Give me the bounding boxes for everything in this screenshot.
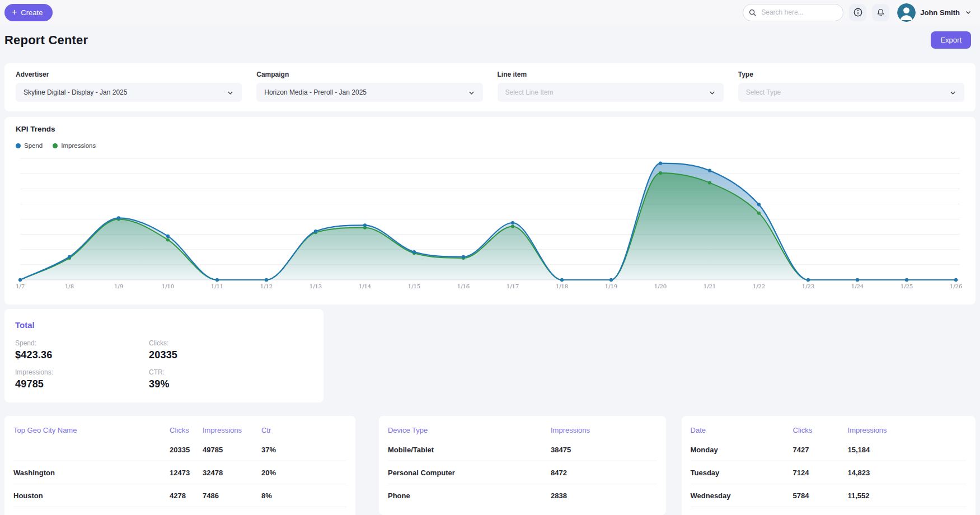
table-row: Houston427874868% [13,484,346,507]
table-row: Personal Computer8472 [388,461,657,484]
total-metric-clicks: Clicks:20335 [149,339,310,361]
chevron-down-icon [467,88,476,97]
table-row: Wednesday578411,552 [691,484,967,507]
row-label: Phone [388,491,551,500]
row-value: 32478 [203,469,261,477]
row-value: 8% [261,491,346,500]
column-header: Impressions [848,426,967,434]
row-value: 7124 [793,469,848,477]
search-icon [748,8,757,17]
filter-select-line-item[interactable]: Select Line Item [498,83,724,102]
column-header: Impressions [203,426,261,434]
x-tick: 1/22 [753,283,765,289]
metric-value: 20335 [149,349,310,361]
table-header-row: Top Geo City NameClicksImpressionsCtr [13,422,346,438]
column-header: Device Type [388,426,551,434]
legend-label: Spend [24,142,43,149]
row-label: Washington [13,469,170,477]
filter-select-campaign[interactable]: Horizon Media - Preroll - Jan 2025 [256,83,482,102]
table-header-row: DateClicksImpressions [691,422,967,438]
table-row: Tuesday712414,823 [691,461,967,484]
metric-value: 39% [149,378,310,390]
create-button-label: Create [21,8,43,17]
title-row: Report Center Export [4,31,971,49]
row-label: Personal Computer [388,469,551,477]
row-label: Monday [691,446,793,454]
create-button[interactable]: + Create [4,4,53,21]
filter-label-type: Type [738,71,964,78]
table-card-top-geo-city-name: Top Geo City NameClicksImpressionsCtr203… [4,416,355,515]
filter-value-campaign: Horizon Media - Preroll - Jan 2025 [264,88,367,96]
notifications-button[interactable] [872,4,889,21]
filter-label-campaign: Campaign [256,71,482,78]
metric-label: CTR: [149,368,310,376]
row-value: 5784 [793,491,848,500]
row-value: 20335 [170,446,203,454]
chevron-down-icon [964,8,972,16]
row-value: 11,552 [848,491,967,500]
row-value: 7427 [793,446,848,454]
info-button[interactable] [849,4,866,21]
total-card: Total Spend:$423.36Clicks:20335Impressio… [4,309,323,402]
total-metric-ctr: CTR:39% [149,368,310,390]
avatar [897,3,916,22]
row-label: Tuesday [691,469,793,477]
bell-icon [876,8,885,17]
filters-panel: AdvertiserSkyline Digital - Display - Ja… [4,63,976,111]
filter-label-line-item: Line item [498,71,724,78]
row-value: 2838 [551,491,657,500]
x-tick: 1/25 [901,283,913,289]
x-tick: 1/12 [260,283,273,289]
x-tick: 1/15 [408,283,420,289]
plus-icon: + [12,8,17,17]
x-tick: 1/23 [802,283,814,289]
row-value: 7486 [203,491,261,500]
x-tick: 1/24 [851,283,864,289]
legend-item-spend[interactable]: Spend [16,142,43,149]
x-tick: 1/14 [359,283,371,289]
filter-select-type[interactable]: Select Type [738,83,964,102]
filter-value-line-item: Select Line Item [505,88,554,96]
filter-advertiser: AdvertiserSkyline Digital - Display - Ja… [16,71,242,102]
x-tick: 1/18 [556,283,568,289]
row-value: 15,184 [848,446,967,454]
table-row: Phone2838 [388,484,657,507]
x-tick: 1/8 [65,283,74,289]
legend-item-impressions[interactable]: Impressions [53,142,96,149]
column-header: Clicks [170,426,203,434]
chart-title: KPI Trends [16,125,964,133]
user-menu[interactable]: John Smith [895,3,974,22]
row-value: 20% [261,469,346,477]
topbar: + Create John Smith [0,0,980,25]
tables-row: Top Geo City NameClicksImpressionsCtr203… [4,416,976,515]
filter-select-advertiser[interactable]: Skyline Digital - Display - Jan 2025 [16,83,242,102]
table-row: Thursday39578,226 [691,507,967,515]
column-header: Ctr [261,426,346,434]
kpi-chart: 1/71/81/91/101/111/121/131/141/151/161/1… [16,153,964,292]
chevron-down-icon [708,88,716,97]
legend-label: Impressions [61,142,96,149]
x-tick: 1/17 [507,283,519,289]
row-value: 4278 [170,491,203,500]
row-value: 12473 [170,469,203,477]
column-header: Clicks [793,426,848,434]
search-box [743,4,843,21]
total-title: Total [15,320,310,330]
x-tick: 1/9 [114,283,123,289]
x-tick: 1/21 [704,283,716,289]
table-row: Monday742715,184 [691,438,967,461]
table-row: Washington124733247820% [13,461,346,484]
metric-label: Impressions: [15,368,149,376]
info-icon [853,7,863,17]
table-row: 203354978537% [13,438,346,461]
metric-value: $423.36 [15,349,149,361]
export-button[interactable]: Export [931,31,971,49]
row-label: Mobile/Tablet [388,446,551,454]
x-tick: 1/10 [162,283,174,289]
row-label: Wednesday [691,491,793,500]
filter-value-type: Select Type [746,88,781,96]
metric-label: Spend: [15,339,149,347]
row-value: 49785 [203,446,261,454]
legend-dot [16,143,21,148]
search-input[interactable] [743,4,843,21]
